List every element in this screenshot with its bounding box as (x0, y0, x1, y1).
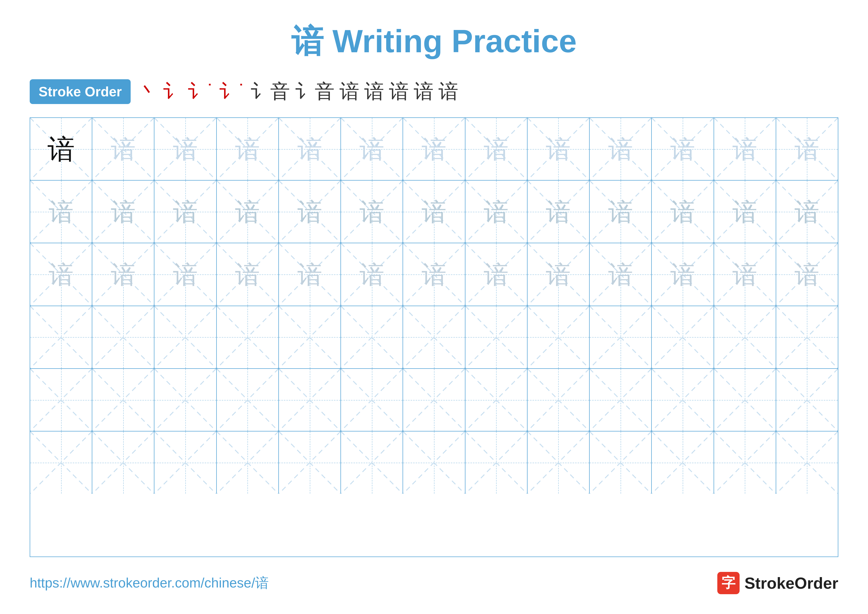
grid-cell[interactable] (92, 306, 154, 368)
grid-cell[interactable] (341, 431, 403, 494)
grid-cell[interactable]: 谙 (652, 118, 714, 180)
grid-cell[interactable]: 谙 (341, 243, 403, 305)
practice-char: 谙 (484, 262, 508, 287)
grid-cell[interactable] (714, 306, 776, 368)
grid-cell[interactable]: 谙 (92, 118, 154, 180)
grid-cell[interactable] (341, 306, 403, 368)
grid-cell[interactable]: 谙 (217, 243, 279, 305)
grid-cell[interactable] (590, 431, 652, 494)
grid-cell[interactable] (776, 431, 838, 494)
grid-cell[interactable]: 谙 (714, 180, 776, 243)
grid-cell[interactable] (590, 369, 652, 431)
grid-cell[interactable] (92, 369, 154, 431)
grid-cell[interactable] (527, 431, 590, 494)
grid-cell[interactable] (217, 431, 279, 494)
grid-cell[interactable]: 谙 (30, 118, 92, 180)
grid-cell[interactable]: 谙 (776, 118, 838, 180)
grid-cell[interactable] (154, 431, 217, 494)
practice-char: 谙 (235, 262, 260, 287)
grid-cell[interactable]: 谙 (341, 180, 403, 243)
grid-cell[interactable] (776, 369, 838, 431)
grid-cell[interactable]: 谙 (30, 243, 92, 305)
grid-cell[interactable]: 谙 (30, 180, 92, 243)
grid-cell[interactable]: 谙 (154, 180, 217, 243)
grid-cell[interactable]: 谙 (590, 243, 652, 305)
stroke-step-9: 谙 (389, 78, 409, 105)
grid-cell[interactable] (279, 369, 341, 431)
grid-cell[interactable]: 谙 (714, 243, 776, 305)
practice-char: 谙 (670, 137, 695, 162)
grid-cell[interactable] (30, 431, 92, 494)
grid-cell[interactable]: 谙 (92, 243, 154, 305)
grid-cell[interactable] (465, 431, 527, 494)
grid-cell[interactable] (217, 369, 279, 431)
grid-cell[interactable] (652, 431, 714, 494)
grid-cell[interactable] (30, 369, 92, 431)
footer-url[interactable]: https://www.strokeorder.com/chinese/谙 (30, 574, 269, 592)
grid-cell[interactable]: 谙 (279, 180, 341, 243)
grid-cell[interactable] (652, 306, 714, 368)
stroke-step-2: 讠 (163, 78, 183, 105)
grid-cell[interactable]: 谙 (465, 243, 527, 305)
practice-char: 谙 (732, 199, 757, 224)
grid-cell[interactable] (217, 306, 279, 368)
grid-cell[interactable]: 谙 (590, 180, 652, 243)
stroke-order-badge: Stroke Order (30, 79, 131, 104)
practice-char: 谙 (795, 137, 819, 162)
grid-cell[interactable] (154, 306, 217, 368)
grid-cell[interactable]: 谙 (279, 118, 341, 180)
footer: https://www.strokeorder.com/chinese/谙 字 … (30, 572, 838, 594)
grid-cell[interactable]: 谙 (217, 118, 279, 180)
grid-cell[interactable]: 谙 (92, 180, 154, 243)
grid-cell[interactable] (652, 369, 714, 431)
stroke-order-row: Stroke Order 丶 讠 讠˙ 讠˙ 讠音 讠音 谙 谙 谙 谙 谙 (30, 78, 838, 105)
page-title: 谙 Writing Practice (291, 20, 577, 64)
grid-cell[interactable]: 谙 (403, 243, 465, 305)
grid-cell[interactable] (776, 306, 838, 368)
grid-cell[interactable] (341, 369, 403, 431)
grid-cell[interactable] (279, 431, 341, 494)
grid-cell[interactable]: 谙 (652, 180, 714, 243)
grid-cell[interactable] (590, 306, 652, 368)
grid-cell[interactable] (403, 306, 465, 368)
grid-cell[interactable]: 谙 (279, 243, 341, 305)
grid-cell[interactable]: 谙 (776, 180, 838, 243)
grid-cell[interactable]: 谙 (590, 118, 652, 180)
grid-row (30, 369, 838, 431)
practice-char: 谙 (422, 137, 446, 162)
grid-cell[interactable] (527, 306, 590, 368)
grid-cell[interactable]: 谙 (341, 118, 403, 180)
grid-row (30, 306, 838, 369)
grid-cell[interactable] (154, 369, 217, 431)
grid-cell[interactable] (465, 306, 527, 368)
grid-cell[interactable] (527, 369, 590, 431)
grid-cell[interactable] (30, 306, 92, 368)
grid-cell[interactable]: 谙 (527, 243, 590, 305)
grid-cell[interactable] (465, 369, 527, 431)
practice-char: 谙 (360, 199, 384, 224)
practice-char: 谙 (173, 199, 198, 224)
practice-char: 谙 (360, 262, 384, 287)
grid-cell[interactable]: 谙 (776, 243, 838, 305)
grid-cell[interactable] (403, 369, 465, 431)
practice-char: 谙 (608, 199, 633, 224)
practice-char: 谙 (360, 137, 384, 162)
grid-cell[interactable] (279, 306, 341, 368)
grid-cell[interactable]: 谙 (465, 180, 527, 243)
practice-char: 谙 (484, 137, 508, 162)
grid-cell[interactable]: 谙 (217, 180, 279, 243)
grid-cell[interactable]: 谙 (154, 118, 217, 180)
grid-cell[interactable]: 谙 (714, 118, 776, 180)
grid-cell[interactable] (714, 369, 776, 431)
grid-cell[interactable]: 谙 (403, 118, 465, 180)
grid-cell[interactable]: 谙 (527, 180, 590, 243)
grid-cell[interactable]: 谙 (465, 118, 527, 180)
grid-cell[interactable] (403, 431, 465, 494)
grid-cell[interactable] (714, 431, 776, 494)
grid-cell[interactable]: 谙 (527, 118, 590, 180)
grid-cell[interactable]: 谙 (403, 180, 465, 243)
grid-cell[interactable]: 谙 (652, 243, 714, 305)
practice-char: 谙 (298, 137, 322, 162)
grid-cell[interactable]: 谙 (154, 243, 217, 305)
grid-cell[interactable] (92, 431, 154, 494)
